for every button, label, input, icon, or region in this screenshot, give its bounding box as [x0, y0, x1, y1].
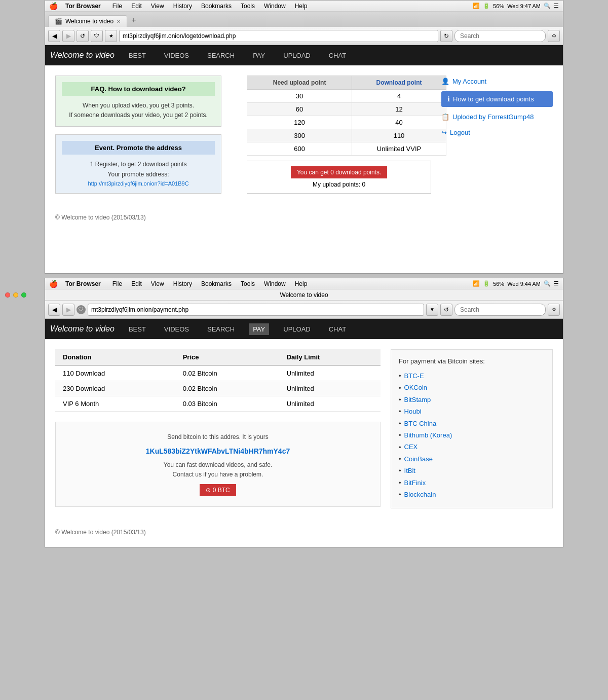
menu-file[interactable]: File — [108, 2, 126, 11]
bitcoin-site-link[interactable]: CEX — [404, 441, 418, 453]
search-icon-bottom[interactable]: 🔍 — [544, 280, 551, 287]
logout-icon: ↪ — [441, 129, 447, 136]
toolbar-bottom: ◀ ▶ 🛡 ▼ ↺ ⚙ — [45, 301, 563, 319]
list-item: •BitStamp — [399, 394, 545, 406]
forward-button[interactable]: ▶ — [62, 30, 74, 42]
menu-bookmarks[interactable]: Bookmarks — [197, 2, 236, 11]
menu-view[interactable]: View — [147, 2, 168, 11]
bitcoin-site-link[interactable]: BitFinix — [404, 477, 426, 489]
faq-text-line1: When you upload video, you get 3 points. — [62, 101, 215, 110]
nav-search[interactable]: SEARCH — [203, 50, 239, 61]
nav-pay[interactable]: PAY — [249, 50, 269, 61]
menu-tor-browser-bottom[interactable]: Tor Browser — [61, 279, 105, 288]
event-line1: 1 Register, to get 2 download points — [62, 160, 215, 169]
nav-upload[interactable]: UPLOAD — [279, 50, 314, 61]
toolbar-top: ◀ ▶ ↺ 🛡 ★ ↻ ⚙ — [45, 27, 563, 45]
btc-button[interactable]: ⊙ 0 BTC — [200, 484, 236, 496]
site-content-bottom: Welcome to video BEST VIDEOS SEARCH PAY … — [45, 319, 563, 547]
menu-bookmarks-bottom[interactable]: Bookmarks — [197, 279, 236, 288]
menu-history[interactable]: History — [169, 2, 196, 11]
menu-edit-bottom[interactable]: Edit — [127, 279, 146, 288]
my-account-link[interactable]: 👤 My Account — [441, 76, 553, 87]
col-header-download: Download point — [352, 76, 446, 90]
bitcoin-address[interactable]: 1KuL583biZ2YtkWFAbvLTNi4bHR7hmY4c7 — [66, 447, 370, 455]
menu-view-bottom[interactable]: View — [147, 279, 168, 288]
bitcoin-site-link[interactable]: Houbi — [404, 406, 422, 417]
bookmark-button[interactable]: ★ — [105, 30, 117, 42]
bitcoin-site-link[interactable]: CoinBase — [404, 453, 433, 465]
bitcoin-site-link[interactable]: BTC China — [404, 418, 437, 429]
bitcoin-site-link[interactable]: Bithumb (Korea) — [404, 429, 452, 441]
site-logo-top: Welcome to video — [50, 51, 115, 60]
battery-percent-bottom: 56% — [493, 281, 504, 287]
menu-edit[interactable]: Edit — [127, 2, 146, 11]
menu-history-bottom[interactable]: History — [169, 279, 196, 288]
bitcoin-site-link[interactable]: Blockchain — [404, 489, 436, 500]
expand-dot[interactable] — [21, 292, 26, 298]
bitcoin-sites-panel: For payment via Bitcoin sites: •BTC-E•OK… — [391, 349, 553, 508]
nav-best-bottom[interactable]: BEST — [125, 323, 150, 335]
nav-upload-bottom[interactable]: UPLOAD — [279, 323, 314, 335]
menu-window-bottom[interactable]: Window — [260, 279, 290, 288]
bitcoin-site-link[interactable]: OKCoin — [404, 382, 428, 393]
nav-chat-bottom[interactable]: CHAT — [325, 323, 350, 335]
nav-videos-bottom[interactable]: VIDEOS — [160, 323, 193, 335]
bitcoin-contact-text: Contact us if you have a problem. — [66, 470, 370, 480]
nav-videos[interactable]: VIDEOS — [160, 50, 193, 61]
dropdown-btn-bottom[interactable]: ▼ — [426, 304, 438, 316]
search-input-bottom[interactable] — [454, 304, 546, 316]
nav-best[interactable]: BEST — [125, 50, 150, 61]
refresh-icon[interactable]: ↻ — [440, 30, 452, 42]
new-tab-button[interactable]: + — [127, 14, 140, 27]
price-cell: 0.02 Bitcoin — [175, 365, 279, 381]
menu-file-bottom[interactable]: File — [108, 279, 126, 288]
nav-pay-bottom[interactable]: PAY — [249, 323, 269, 335]
reload-button-bottom[interactable]: ↺ — [440, 304, 452, 316]
back-button-bottom[interactable]: ◀ — [48, 304, 60, 316]
nav-chat[interactable]: CHAT — [325, 50, 350, 61]
menu-tools-bottom[interactable]: Tools — [237, 279, 259, 288]
event-title: Event. Promote the address — [62, 141, 215, 155]
menu-bar-top: 🍎 Tor Browser File Edit View History Boo… — [45, 1, 563, 12]
download-cell: 40 — [352, 116, 446, 129]
apple-menu[interactable]: 🍎 — [49, 2, 58, 10]
home-button[interactable]: 🛡 — [91, 30, 103, 42]
close-dot[interactable] — [5, 292, 10, 298]
nav-search-bottom[interactable]: SEARCH — [203, 323, 239, 335]
menu-help-bottom[interactable]: Help — [291, 279, 312, 288]
security-icon-bottom[interactable]: 🛡 — [77, 305, 86, 314]
download-points-button[interactable]: You can get 0 download points. — [291, 166, 387, 178]
menu-help[interactable]: Help — [291, 2, 312, 11]
list-icon[interactable]: ☰ — [554, 3, 559, 9]
minimize-dot[interactable] — [13, 292, 18, 298]
reload-button[interactable]: ↺ — [77, 30, 89, 42]
url-bar-top[interactable] — [119, 30, 438, 42]
uploaded-by-link[interactable]: 📋 Uploded by ForrestGump48 — [441, 111, 553, 123]
bullet-icon: • — [399, 372, 401, 380]
list-icon: 📋 — [441, 113, 449, 121]
url-bar-bottom[interactable] — [88, 304, 424, 316]
tab-favicon: 🎬 — [55, 18, 62, 25]
back-button[interactable]: ◀ — [48, 30, 60, 42]
menu-tor-browser[interactable]: Tor Browser — [61, 2, 105, 11]
forward-button-bottom[interactable]: ▶ — [62, 304, 74, 316]
menu-window[interactable]: Window — [260, 2, 290, 11]
bullet-icon: • — [399, 479, 401, 487]
bitcoin-site-link[interactable]: ItBit — [404, 465, 415, 476]
bitcoin-site-link[interactable]: BTC-E — [404, 370, 424, 382]
extension-icon[interactable]: ⚙ — [548, 30, 560, 42]
tab-close-button[interactable]: ✕ — [117, 19, 121, 24]
how-to-btn[interactable]: ℹ How to get download points — [441, 91, 553, 107]
logout-link[interactable]: ↪ Logout — [441, 127, 553, 138]
search-icon[interactable]: 🔍 — [544, 3, 551, 9]
tab-welcome-to-video[interactable]: 🎬 Welcome to video ✕ — [48, 15, 127, 27]
event-link[interactable]: http://mt3pirzdiyqf6jim.onion?id=A01B9C — [88, 180, 189, 187]
search-input-top[interactable] — [454, 30, 546, 42]
extension-icon-bottom[interactable]: ⚙ — [548, 304, 560, 316]
table-row: 230 Download0.02 BitcoinUnlimited — [55, 381, 381, 396]
menu-tools[interactable]: Tools — [237, 2, 259, 11]
list-icon-bottom[interactable]: ☰ — [554, 280, 559, 287]
bitcoin-site-link[interactable]: BitStamp — [404, 394, 431, 406]
apple-menu-bottom[interactable]: 🍎 — [49, 280, 58, 288]
payment-col-donation: Donation — [55, 349, 175, 365]
